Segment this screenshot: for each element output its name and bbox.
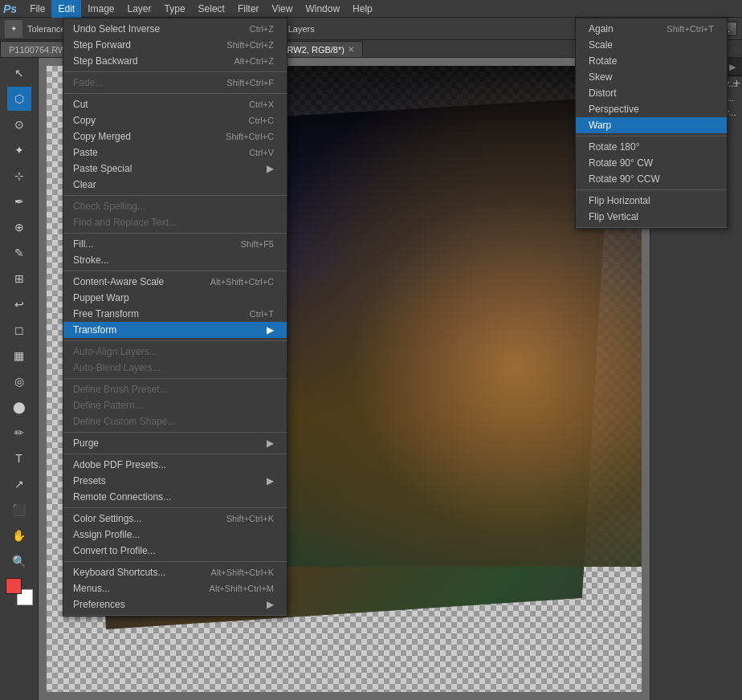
tool-type[interactable]: T xyxy=(7,446,31,470)
edit-menu-group-4: Check Spelling... Find and Replace Text.… xyxy=(63,196,287,234)
menu-convert-to-profile[interactable]: Convert to Profile... xyxy=(63,543,287,559)
app-logo: Ps xyxy=(3,2,17,15)
menu-fill[interactable]: Fill... Shift+F5 xyxy=(63,236,287,252)
tool-clone[interactable]: ⊞ xyxy=(7,267,31,291)
menu-keyboard-shortcuts[interactable]: Keyboard Shortcuts... Alt+Shift+Ctrl+K xyxy=(63,564,287,580)
edit-menu-group-10: Adobe PDF Presets... Presets ▶ Remote Co… xyxy=(63,454,287,508)
tab-panorama-close[interactable]: ✕ xyxy=(348,45,354,54)
edit-dropdown-menu: Undo Select Inverse Ctrl+Z Step Forward … xyxy=(63,18,287,617)
transform-flip-vertical[interactable]: Flip Vertical xyxy=(576,209,727,225)
transform-group-1: Again Shift+Ctrl+T Scale Rotate Skew Dis… xyxy=(576,18,727,136)
menu-presets[interactable]: Presets ▶ xyxy=(63,473,287,489)
foreground-color[interactable] xyxy=(6,578,22,594)
transform-again[interactable]: Again Shift+Ctrl+T xyxy=(576,21,727,37)
menu-copy[interactable]: Copy Ctrl+C xyxy=(63,112,287,128)
menu-select[interactable]: Select xyxy=(192,0,231,18)
tool-move[interactable]: ↖ xyxy=(7,61,31,85)
edit-menu-group-7: Auto-Align Layers... Auto-Blend Layers..… xyxy=(63,341,287,379)
menu-step-backward[interactable]: Step Backward Alt+Ctrl+Z xyxy=(63,53,287,69)
menu-edit[interactable]: Edit xyxy=(51,0,81,18)
menu-find-replace[interactable]: Find and Replace Text... xyxy=(63,214,287,230)
edit-menu-group-3: Cut Ctrl+X Copy Ctrl+C Copy Merged Shift… xyxy=(63,94,287,196)
menu-transform[interactable]: Transform ▶ xyxy=(63,322,287,338)
menu-auto-align[interactable]: Auto-Align Layers... xyxy=(63,344,287,360)
menu-bar: Ps File Edit Image Layer Type Select Fil… xyxy=(0,0,742,18)
menu-define-custom-shape[interactable]: Define Custom Shape... xyxy=(63,413,287,429)
edit-menu-group-2: Fade... Shift+Ctrl+F xyxy=(63,72,287,94)
transform-group-2: Rotate 180° Rotate 90° CW Rotate 90° CCW xyxy=(576,136,727,190)
transform-scale[interactable]: Scale xyxy=(576,37,727,53)
menu-free-transform[interactable]: Free Transform Ctrl+T xyxy=(63,306,287,322)
history-panel-arrow: ▶ xyxy=(729,63,736,71)
transform-rotate-90-cw[interactable]: Rotate 90° CW xyxy=(576,155,727,171)
menu-preferences[interactable]: Preferences ▶ xyxy=(63,596,287,612)
menu-check-spelling[interactable]: Check Spelling... xyxy=(63,198,287,214)
tool-quick-select[interactable]: ✦ xyxy=(7,138,31,162)
menu-paste-special[interactable]: Paste Special ▶ xyxy=(63,161,287,177)
tool-path-select[interactable]: ↗ xyxy=(7,472,31,496)
tool-gradient[interactable]: ▦ xyxy=(7,344,31,368)
transform-flip-horizontal[interactable]: Flip Horizontal xyxy=(576,193,727,209)
edit-menu-group-5: Fill... Shift+F5 Stroke... xyxy=(63,234,287,271)
tool-lasso[interactable]: ⊙ xyxy=(7,112,31,136)
tool-dodge[interactable]: ⬤ xyxy=(7,395,31,419)
menu-cut[interactable]: Cut Ctrl+X xyxy=(63,96,287,112)
menu-stroke[interactable]: Stroke... xyxy=(63,252,287,268)
transform-rotate-180[interactable]: Rotate 180° xyxy=(576,139,727,155)
transform-distort[interactable]: Distort xyxy=(576,85,727,101)
menu-copy-merged[interactable]: Copy Merged Shift+Ctrl+C xyxy=(63,128,287,144)
menu-window[interactable]: Window xyxy=(299,0,346,18)
tool-pen[interactable]: ✏ xyxy=(7,421,31,445)
transform-rotate[interactable]: Rotate xyxy=(576,53,727,69)
tool-blur[interactable]: ◎ xyxy=(7,369,31,393)
tool-marquee[interactable]: ⬡ xyxy=(7,87,31,111)
menu-adobe-pdf-presets[interactable]: Adobe PDF Presets... xyxy=(63,457,287,473)
menu-layer[interactable]: Layer xyxy=(121,0,158,18)
history-new-snapshot-button[interactable]: + xyxy=(733,76,740,91)
tool-eyedropper[interactable]: ✒ xyxy=(7,189,31,214)
edit-menu-group-1: Undo Select Inverse Ctrl+Z Step Forward … xyxy=(63,18,287,72)
menu-purge[interactable]: Purge ▶ xyxy=(63,435,287,451)
transform-skew[interactable]: Skew xyxy=(576,69,727,85)
transform-warp[interactable]: Warp xyxy=(576,117,727,133)
transform-perspective[interactable]: Perspective xyxy=(576,101,727,117)
menu-puppet-warp[interactable]: Puppet Warp xyxy=(63,290,287,306)
menu-menus[interactable]: Menus... Alt+Shift+Ctrl+M xyxy=(63,580,287,596)
menu-paste[interactable]: Paste Ctrl+V xyxy=(63,144,287,161)
tool-healing[interactable]: ⊕ xyxy=(7,215,31,239)
menu-fade[interactable]: Fade... Shift+Ctrl+F xyxy=(63,75,287,91)
tool-shape[interactable]: ⬛ xyxy=(7,498,31,522)
menu-color-settings[interactable]: Color Settings... Shift+Ctrl+K xyxy=(63,511,287,527)
menu-help[interactable]: Help xyxy=(346,0,379,18)
menu-assign-profile[interactable]: Assign Profile... xyxy=(63,527,287,543)
menu-image[interactable]: Image xyxy=(81,0,120,18)
transform-group-3: Flip Horizontal Flip Vertical xyxy=(576,190,727,228)
tool-zoom[interactable]: 🔍 xyxy=(7,549,31,573)
menu-view[interactable]: View xyxy=(266,0,300,18)
edit-menu-group-9: Purge ▶ xyxy=(63,433,287,454)
edit-menu-group-11: Color Settings... Shift+Ctrl+K Assign Pr… xyxy=(63,508,287,562)
edit-menu-group-8: Define Brush Preset... Define Pattern...… xyxy=(63,379,287,433)
menu-remote-connections[interactable]: Remote Connections... xyxy=(63,489,287,505)
transform-rotate-90-ccw[interactable]: Rotate 90° CCW xyxy=(576,171,727,187)
menu-auto-blend[interactable]: Auto-Blend Layers... xyxy=(63,360,287,376)
tool-icon-magic-wand: ✦ xyxy=(5,20,22,38)
tool-history-brush[interactable]: ↩ xyxy=(7,292,31,316)
edit-menu-group-12: Keyboard Shortcuts... Alt+Shift+Ctrl+K M… xyxy=(63,562,287,616)
menu-step-forward[interactable]: Step Forward Shift+Ctrl+Z xyxy=(63,37,287,53)
menu-type[interactable]: Type xyxy=(158,0,192,18)
tool-eraser[interactable]: ◻ xyxy=(7,318,31,342)
left-toolbar: ↖ ⬡ ⊙ ✦ ⊹ ✒ ⊕ ✎ ⊞ ↩ ◻ ▦ ◎ ⬤ ✏ T ↗ ⬛ ✋ 🔍 xyxy=(0,58,39,700)
transform-submenu: Again Shift+Ctrl+T Scale Rotate Skew Dis… xyxy=(575,18,728,229)
menu-define-brush[interactable]: Define Brush Preset... xyxy=(63,381,287,397)
menu-file[interactable]: File xyxy=(23,0,51,18)
menu-clear[interactable]: Clear xyxy=(63,177,287,193)
menu-filter[interactable]: Filter xyxy=(231,0,266,18)
tool-crop[interactable]: ⊹ xyxy=(7,164,31,188)
menu-define-pattern[interactable]: Define Pattern... xyxy=(63,397,287,413)
tool-hand[interactable]: ✋ xyxy=(7,523,31,547)
menu-undo-select-inverse[interactable]: Undo Select Inverse Ctrl+Z xyxy=(63,21,287,37)
color-boxes xyxy=(6,578,33,605)
menu-content-aware-scale[interactable]: Content-Aware Scale Alt+Shift+Ctrl+C xyxy=(63,274,287,290)
tool-brush[interactable]: ✎ xyxy=(7,241,31,265)
